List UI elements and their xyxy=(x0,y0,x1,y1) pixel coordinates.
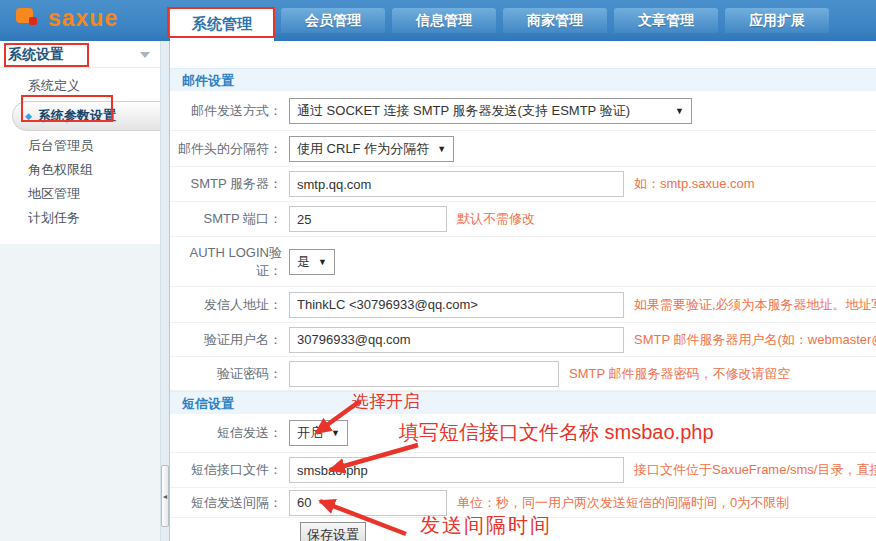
sidebar-collapse-handle[interactable]: ◄ xyxy=(161,465,169,527)
sms-interface-file-input[interactable] xyxy=(289,457,624,483)
main-content: 邮件设置 邮件发送方式： 通过 SOCKET 连接 SMTP 服务器发送(支持 … xyxy=(170,41,876,541)
form-row-auth-login: AUTH LOGIN验证： 是 ▼ xyxy=(170,237,876,287)
section-header-sms: 短信设置 xyxy=(170,391,876,414)
form-row-auth-username: 验证用户名： SMTP 邮件服务器用户名(如：webmaster@sa xyxy=(170,323,876,357)
tab-article-management[interactable]: 文章管理 xyxy=(614,8,718,33)
tab-system-management[interactable]: 系统管理 xyxy=(170,8,274,41)
select-value: 通过 SOCKET 连接 SMTP 服务器发送(支持 ESMTP 验证) xyxy=(297,102,630,120)
brand-name: saxue xyxy=(48,6,118,30)
field-hint: 默认不需修改 xyxy=(457,210,535,228)
select-caret-icon: ▼ xyxy=(675,106,684,116)
form-row-sms-interval: 短信发送间隔： 单位：秒，同一用户两次发送短信的间隔时间，0为不限制 xyxy=(170,488,876,518)
select-caret-icon: ▼ xyxy=(331,428,340,438)
section-header-mail: 邮件设置 xyxy=(170,68,876,91)
form-row-sms-enable: 短信发送： 开启 ▼ xyxy=(170,414,876,453)
sidebar-splitter: ◄ xyxy=(160,41,170,541)
field-label: 邮件发送方式： xyxy=(170,102,282,120)
select-value: 开启 xyxy=(297,424,323,442)
field-label: 验证密码： xyxy=(170,365,282,383)
form-row-sender-address: 发信人地址： 如果需要验证,必须为本服务器地址。地址写法可 xyxy=(170,287,876,323)
field-label: SMTP 端口： xyxy=(170,210,282,228)
field-label: 短信发送： xyxy=(170,424,282,442)
active-bullet-icon: ◆ xyxy=(25,102,32,130)
form-row-mail-send-method: 邮件发送方式： 通过 SOCKET 连接 SMTP 服务器发送(支持 ESMTP… xyxy=(170,91,876,131)
field-hint: SMTP 邮件服务器密码，不修改请留空 xyxy=(569,365,791,383)
field-label: SMTP 服务器： xyxy=(170,175,282,193)
sidebar-item-cron[interactable]: 计划任务 xyxy=(0,206,160,230)
sidebar-item-role-permission[interactable]: 角色权限组 xyxy=(0,158,160,182)
sms-enable-select[interactable]: 开启 ▼ xyxy=(289,420,348,446)
auth-username-input[interactable] xyxy=(289,327,624,353)
field-label: 短信发送间隔： xyxy=(170,494,282,512)
mail-send-method-select[interactable]: 通过 SOCKET 连接 SMTP 服务器发送(支持 ESMTP 验证) ▼ xyxy=(289,98,692,124)
tab-app-extension[interactable]: 应用扩展 xyxy=(725,8,829,33)
field-hint: 如果需要验证,必须为本服务器地址。地址写法可 xyxy=(634,296,876,314)
field-label: 发信人地址： xyxy=(170,296,282,314)
auth-login-select[interactable]: 是 ▼ xyxy=(289,249,335,275)
chevron-down-icon xyxy=(140,52,150,58)
form-row-mail-header-separator: 邮件头的分隔符： 使用 CRLF 作为分隔符 ▼ xyxy=(170,131,876,167)
mail-header-separator-select[interactable]: 使用 CRLF 作为分隔符 ▼ xyxy=(289,136,454,162)
brand-logo-icon xyxy=(16,8,40,28)
tab-merchant-management[interactable]: 商家管理 xyxy=(503,8,607,33)
select-value: 使用 CRLF 作为分隔符 xyxy=(297,140,429,158)
field-hint: 单位：秒，同一用户两次发送短信的间隔时间，0为不限制 xyxy=(457,494,789,512)
sms-interval-input[interactable] xyxy=(289,490,447,516)
sidebar-item-system-parameters[interactable]: ◆ 系统参数设置 xyxy=(12,101,160,131)
sidebar-item-admin[interactable]: 后台管理员 xyxy=(0,134,160,158)
main-nav-tabs: 系统管理 会员管理 信息管理 商家管理 文章管理 应用扩展 xyxy=(170,8,836,41)
field-label: 短信接口文件： xyxy=(170,461,282,479)
sender-address-input[interactable] xyxy=(289,292,624,318)
smtp-server-input[interactable] xyxy=(289,171,624,197)
sidebar-item-region[interactable]: 地区管理 xyxy=(0,182,160,206)
tab-member-management[interactable]: 会员管理 xyxy=(281,8,385,33)
sidebar-group-label: 系统设置 xyxy=(8,46,64,62)
field-hint: SMTP 邮件服务器用户名(如：webmaster@sa xyxy=(634,331,876,349)
field-label: 验证用户名： xyxy=(170,331,282,349)
field-label: AUTH LOGIN验证： xyxy=(170,244,282,279)
collapse-arrow-icon: ◄ xyxy=(162,493,169,500)
form-row-smtp-server: SMTP 服务器： 如：smtp.saxue.com xyxy=(170,167,876,202)
sidebar-group-system-settings[interactable]: 系统设置 xyxy=(0,41,160,68)
sidebar: 系统设置 系统定义 ◆ 系统参数设置 后台管理员 角色权限组 地区管理 计划任务 xyxy=(0,41,160,541)
save-settings-button[interactable]: 保存设置 xyxy=(300,522,366,541)
select-caret-icon: ▼ xyxy=(318,257,327,267)
field-hint: 如：smtp.saxue.com xyxy=(634,175,755,193)
field-label: 邮件头的分隔符： xyxy=(170,140,282,158)
brand-logo: saxue xyxy=(16,6,118,30)
sidebar-item-system-definition[interactable]: 系统定义 xyxy=(0,74,160,98)
smtp-port-input[interactable] xyxy=(289,206,447,232)
sidebar-item-label: 系统参数设置 xyxy=(38,102,116,130)
form-row-auth-password: 验证密码： SMTP 邮件服务器密码，不修改请留空 xyxy=(170,357,876,391)
field-hint: 接口文件位于SaxueFrame/sms/目录，直接填 xyxy=(634,461,876,479)
select-value: 是 xyxy=(297,253,310,271)
form-row-smtp-port: SMTP 端口： 默认不需修改 xyxy=(170,202,876,237)
tab-info-management[interactable]: 信息管理 xyxy=(392,8,496,33)
select-caret-icon: ▼ xyxy=(437,144,446,154)
auth-password-input[interactable] xyxy=(289,361,559,387)
form-row-sms-interface-file: 短信接口文件： 接口文件位于SaxueFrame/sms/目录，直接填 xyxy=(170,453,876,488)
